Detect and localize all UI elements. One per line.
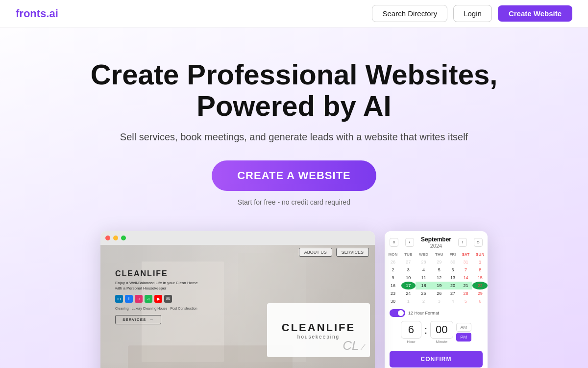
calendar-day[interactable]: 20 [446,282,459,289]
calendar-day[interactable]: 15 [472,274,488,282]
cal-next-next-button[interactable]: » [474,238,483,247]
calendar-day[interactable]: 3 [401,266,416,274]
facebook-icon[interactable]: f [125,295,133,303]
time-format-label: 12 Hour Format [408,311,439,315]
day-wed: WED [416,251,432,258]
calendar-day[interactable]: 30 [385,297,401,305]
calendar-day[interactable]: 5 [432,266,446,274]
calendar-day[interactable]: 28 [416,258,432,266]
calendar-header: « ‹ September 2024 › » [385,231,488,251]
calendar-day[interactable]: 1 [401,297,416,305]
calendar-day[interactable]: 4 [446,297,459,305]
calendar-day[interactable]: 5 [459,297,473,305]
calendar-day[interactable]: 6 [472,297,488,305]
nav-actions: Search Directory Login Create Website [372,5,572,22]
calendar-day[interactable]: 28 [459,289,473,297]
minute-value[interactable]: 00 [430,321,453,339]
hour-label: Hour [407,340,415,344]
calendar-day[interactable]: 12 [432,274,446,282]
tag-post: Post Construction [170,307,197,310]
calendar-day[interactable]: 2 [416,297,432,305]
service-tags: Cleaning Luxury Cleaning House Post Cons… [115,307,197,310]
minute-label: Minute [436,340,447,344]
hero-sub-note: Start for free - no credit card required [238,198,350,206]
calendar-day[interactable]: 26 [385,258,401,266]
login-button[interactable]: Login [453,5,492,22]
calendar-day[interactable]: 22 [472,282,488,289]
calendar-day[interactable]: 29 [472,289,488,297]
about-us-nav[interactable]: ABOUT US [299,248,332,257]
cal-year: 2024 [421,243,451,249]
website-mockup: ABOUT US SERVICES CLEANLIFE Enjoy a Well… [100,231,375,368]
cal-prev-prev-button[interactable]: « [390,238,398,247]
calendar-day[interactable]: 10 [401,274,416,282]
calendar-day[interactable]: 25 [416,289,432,297]
cal-month: September [421,236,451,243]
calendar-day[interactable]: 27 [401,258,416,266]
am-button[interactable]: AM [456,323,472,332]
calendar-day[interactable]: 18 [416,282,432,289]
time-section: 12 Hour Format 6 Hour : 00 Minute AM PM [385,305,488,349]
cta-button[interactable]: CREATE A WEBSITE [212,160,376,191]
cal-prev-button[interactable]: ‹ [405,238,414,247]
calendar-week: 16171819202122 [385,282,488,289]
services-button[interactable]: SERVICES → [115,315,161,324]
calendar-day[interactable]: 24 [401,289,416,297]
logo-card: CLEANLIFE housekeeping CL ∕ [267,303,370,357]
spotify-icon[interactable]: ♫ [145,295,152,303]
calendar-day[interactable]: 16 [385,282,401,289]
calendar-day[interactable]: 29 [432,258,446,266]
hour-value[interactable]: 6 [401,321,421,339]
youtube-icon[interactable]: ▶ [154,295,162,303]
calendar-day[interactable]: 27 [446,289,459,297]
toggle-switch[interactable] [390,309,405,317]
calendar-day[interactable]: 11 [416,274,432,282]
calendar-day[interactable]: 23 [385,289,401,297]
calendar-day[interactable]: 1 [472,258,488,266]
hero-heading: Create Professional Websites, Powered by… [74,59,514,122]
calendar-day[interactable]: 19 [432,282,446,289]
search-directory-button[interactable]: Search Directory [372,5,447,22]
calendar-day[interactable]: 13 [446,274,459,282]
day-thu: THU [432,251,446,258]
day-fri: FRI [446,251,459,258]
day-sat: SAT [459,251,473,258]
day-tue: TUE [401,251,416,258]
navbar: fronts.ai Search Directory Login Create … [0,0,588,27]
confirm-button[interactable]: CONFIRM [390,351,483,368]
calendar-day[interactable]: 6 [446,266,459,274]
calendar-day[interactable]: 9 [385,274,401,282]
calendar-day[interactable]: 3 [432,297,446,305]
calendar-day[interactable]: 14 [459,274,473,282]
linkedin-icon[interactable]: in [115,295,123,303]
cleanlife-tagline: Enjoy a Well-Balanced Life in your Clean… [115,280,197,291]
calendar-week: 9101112131415 [385,274,488,282]
day-sun: SUN [472,251,488,258]
calendar-day[interactable]: 26 [432,289,446,297]
logo[interactable]: fronts.ai [16,7,58,20]
pm-button[interactable]: PM [456,333,472,342]
mockups-container: ABOUT US SERVICES CLEANLIFE Enjoy a Well… [0,226,588,368]
instagram-icon[interactable]: ○ [135,295,143,303]
cal-month-year: September 2024 [421,236,451,249]
calendar-week: 2345678 [385,266,488,274]
services-nav[interactable]: SERVICES [336,248,369,257]
website-inner: ABOUT US SERVICES CLEANLIFE Enjoy a Well… [100,245,375,368]
cal-next-button[interactable]: › [458,238,467,247]
calendar-day[interactable]: 17 [401,282,416,289]
calendar-day[interactable]: 4 [416,266,432,274]
calendar-day[interactable]: 7 [459,266,473,274]
calendar-mockup: « ‹ September 2024 › » MON TUE WED THU F… [385,231,488,368]
calendar-week: 30123456 [385,297,488,305]
logo-card-tagline: housekeeping [297,334,340,340]
calendar-day[interactable]: 21 [459,282,473,289]
calendar-day[interactable]: 31 [459,258,473,266]
calendar-day[interactable]: 8 [472,266,488,274]
social-icons: in f ○ ♫ ▶ ✉ [115,295,197,303]
site-nav-overlay: ABOUT US SERVICES [100,245,375,260]
calendar-day[interactable]: 2 [385,266,401,274]
calendar-day[interactable]: 30 [446,258,459,266]
create-website-button[interactable]: Create Website [498,5,572,22]
other-icon[interactable]: ✉ [164,295,172,303]
hero-section: Create Professional Websites, Powered by… [0,27,588,226]
